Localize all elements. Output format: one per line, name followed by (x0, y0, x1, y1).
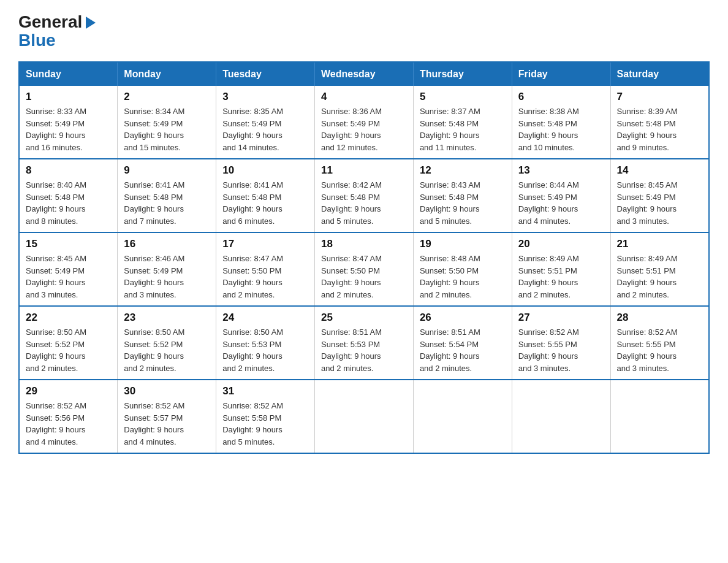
day-number: 17 (222, 238, 308, 250)
col-header-thursday: Thursday (413, 62, 512, 86)
week-row-3: 15 Sunrise: 8:45 AMSunset: 5:49 PMDaylig… (19, 232, 709, 306)
day-number: 3 (222, 91, 308, 103)
day-info: Sunrise: 8:49 AMSunset: 5:51 PMDaylight:… (518, 253, 604, 301)
calendar-table: SundayMondayTuesdayWednesdayThursdayFrid… (18, 61, 710, 454)
col-header-monday: Monday (118, 62, 216, 86)
day-number: 20 (518, 238, 604, 250)
day-number: 19 (420, 238, 506, 250)
day-info: Sunrise: 8:52 AMSunset: 5:55 PMDaylight:… (617, 326, 702, 374)
col-header-tuesday: Tuesday (216, 62, 315, 86)
day-info: Sunrise: 8:43 AMSunset: 5:48 PMDaylight:… (420, 179, 506, 227)
day-number: 2 (124, 91, 210, 103)
day-number: 5 (420, 91, 506, 103)
page-header: General Blue (18, 12, 710, 49)
calendar-cell: 29 Sunrise: 8:52 AMSunset: 5:56 PMDaylig… (19, 380, 118, 453)
calendar-cell (610, 380, 709, 453)
calendar-cell: 16 Sunrise: 8:46 AMSunset: 5:49 PMDaylig… (118, 232, 216, 306)
day-number: 7 (617, 91, 702, 103)
day-number: 18 (321, 238, 407, 250)
calendar-cell (512, 380, 610, 453)
day-number: 1 (26, 91, 111, 103)
day-info: Sunrise: 8:48 AMSunset: 5:50 PMDaylight:… (420, 253, 506, 301)
calendar-cell: 12 Sunrise: 8:43 AMSunset: 5:48 PMDaylig… (413, 159, 512, 232)
day-info: Sunrise: 8:52 AMSunset: 5:56 PMDaylight:… (26, 400, 111, 448)
calendar-cell: 14 Sunrise: 8:45 AMSunset: 5:49 PMDaylig… (610, 159, 709, 232)
day-info: Sunrise: 8:40 AMSunset: 5:48 PMDaylight:… (26, 179, 111, 227)
day-number: 8 (26, 164, 111, 177)
logo-blue-text: Blue (18, 32, 56, 49)
logo-general-text: General (18, 12, 82, 32)
week-row-1: 1 Sunrise: 8:33 AMSunset: 5:49 PMDayligh… (19, 86, 709, 159)
day-number: 14 (617, 164, 702, 177)
calendar-cell: 9 Sunrise: 8:41 AMSunset: 5:48 PMDayligh… (118, 159, 216, 232)
day-info: Sunrise: 8:44 AMSunset: 5:49 PMDaylight:… (518, 179, 604, 227)
day-info: Sunrise: 8:45 AMSunset: 5:49 PMDaylight:… (26, 253, 111, 301)
day-info: Sunrise: 8:41 AMSunset: 5:48 PMDaylight:… (124, 179, 210, 227)
day-info: Sunrise: 8:51 AMSunset: 5:53 PMDaylight:… (321, 326, 407, 374)
calendar-cell: 24 Sunrise: 8:50 AMSunset: 5:53 PMDaylig… (216, 306, 315, 380)
day-number: 27 (518, 312, 604, 324)
calendar-cell: 13 Sunrise: 8:44 AMSunset: 5:49 PMDaylig… (512, 159, 610, 232)
day-info: Sunrise: 8:39 AMSunset: 5:48 PMDaylight:… (617, 105, 702, 153)
day-number: 21 (617, 238, 702, 250)
day-number: 6 (518, 91, 604, 103)
day-number: 4 (321, 91, 407, 103)
week-row-4: 22 Sunrise: 8:50 AMSunset: 5:52 PMDaylig… (19, 306, 709, 380)
day-number: 10 (222, 164, 308, 177)
calendar-cell: 4 Sunrise: 8:36 AMSunset: 5:49 PMDayligh… (315, 86, 414, 159)
calendar-cell: 2 Sunrise: 8:34 AMSunset: 5:49 PMDayligh… (118, 86, 216, 159)
calendar-cell: 30 Sunrise: 8:52 AMSunset: 5:57 PMDaylig… (118, 380, 216, 453)
calendar-cell (413, 380, 512, 453)
calendar-cell: 5 Sunrise: 8:37 AMSunset: 5:48 PMDayligh… (413, 86, 512, 159)
calendar-cell (315, 380, 414, 453)
day-info: Sunrise: 8:52 AMSunset: 5:55 PMDaylight:… (518, 326, 604, 374)
day-number: 28 (617, 312, 702, 324)
week-row-5: 29 Sunrise: 8:52 AMSunset: 5:56 PMDaylig… (19, 380, 709, 453)
calendar-cell: 8 Sunrise: 8:40 AMSunset: 5:48 PMDayligh… (19, 159, 118, 232)
calendar-cell: 23 Sunrise: 8:50 AMSunset: 5:52 PMDaylig… (118, 306, 216, 380)
calendar-cell: 20 Sunrise: 8:49 AMSunset: 5:51 PMDaylig… (512, 232, 610, 306)
day-info: Sunrise: 8:33 AMSunset: 5:49 PMDaylight:… (26, 105, 111, 153)
calendar-cell: 28 Sunrise: 8:52 AMSunset: 5:55 PMDaylig… (610, 306, 709, 380)
day-number: 16 (124, 238, 210, 250)
day-info: Sunrise: 8:49 AMSunset: 5:51 PMDaylight:… (617, 253, 702, 301)
calendar-cell: 18 Sunrise: 8:47 AMSunset: 5:50 PMDaylig… (315, 232, 414, 306)
calendar-cell: 15 Sunrise: 8:45 AMSunset: 5:49 PMDaylig… (19, 232, 118, 306)
day-number: 22 (26, 312, 111, 324)
day-number: 12 (420, 164, 506, 177)
day-number: 23 (124, 312, 210, 324)
day-info: Sunrise: 8:41 AMSunset: 5:48 PMDaylight:… (222, 179, 308, 227)
week-row-2: 8 Sunrise: 8:40 AMSunset: 5:48 PMDayligh… (19, 159, 709, 232)
day-info: Sunrise: 8:50 AMSunset: 5:52 PMDaylight:… (124, 326, 210, 374)
day-number: 9 (124, 164, 210, 177)
col-header-wednesday: Wednesday (315, 62, 414, 86)
calendar-cell: 1 Sunrise: 8:33 AMSunset: 5:49 PMDayligh… (19, 86, 118, 159)
day-number: 25 (321, 312, 407, 324)
calendar-cell: 6 Sunrise: 8:38 AMSunset: 5:48 PMDayligh… (512, 86, 610, 159)
day-info: Sunrise: 8:38 AMSunset: 5:48 PMDaylight:… (518, 105, 604, 153)
day-info: Sunrise: 8:34 AMSunset: 5:49 PMDaylight:… (124, 105, 210, 153)
day-number: 30 (124, 385, 210, 397)
logo: General Blue (18, 12, 96, 49)
logo-arrow-icon (86, 17, 96, 29)
col-header-saturday: Saturday (610, 62, 709, 86)
calendar-cell: 22 Sunrise: 8:50 AMSunset: 5:52 PMDaylig… (19, 306, 118, 380)
col-header-sunday: Sunday (19, 62, 118, 86)
day-info: Sunrise: 8:42 AMSunset: 5:48 PMDaylight:… (321, 179, 407, 227)
calendar-cell: 11 Sunrise: 8:42 AMSunset: 5:48 PMDaylig… (315, 159, 414, 232)
day-number: 11 (321, 164, 407, 177)
day-info: Sunrise: 8:47 AMSunset: 5:50 PMDaylight:… (321, 253, 407, 301)
calendar-cell: 7 Sunrise: 8:39 AMSunset: 5:48 PMDayligh… (610, 86, 709, 159)
day-number: 31 (222, 385, 308, 397)
day-number: 13 (518, 164, 604, 177)
day-number: 26 (420, 312, 506, 324)
calendar-cell: 21 Sunrise: 8:49 AMSunset: 5:51 PMDaylig… (610, 232, 709, 306)
calendar-cell: 26 Sunrise: 8:51 AMSunset: 5:54 PMDaylig… (413, 306, 512, 380)
day-info: Sunrise: 8:36 AMSunset: 5:49 PMDaylight:… (321, 105, 407, 153)
day-info: Sunrise: 8:45 AMSunset: 5:49 PMDaylight:… (617, 179, 702, 227)
calendar-cell: 27 Sunrise: 8:52 AMSunset: 5:55 PMDaylig… (512, 306, 610, 380)
day-info: Sunrise: 8:35 AMSunset: 5:49 PMDaylight:… (222, 105, 308, 153)
day-number: 24 (222, 312, 308, 324)
day-info: Sunrise: 8:46 AMSunset: 5:49 PMDaylight:… (124, 253, 210, 301)
day-info: Sunrise: 8:51 AMSunset: 5:54 PMDaylight:… (420, 326, 506, 374)
